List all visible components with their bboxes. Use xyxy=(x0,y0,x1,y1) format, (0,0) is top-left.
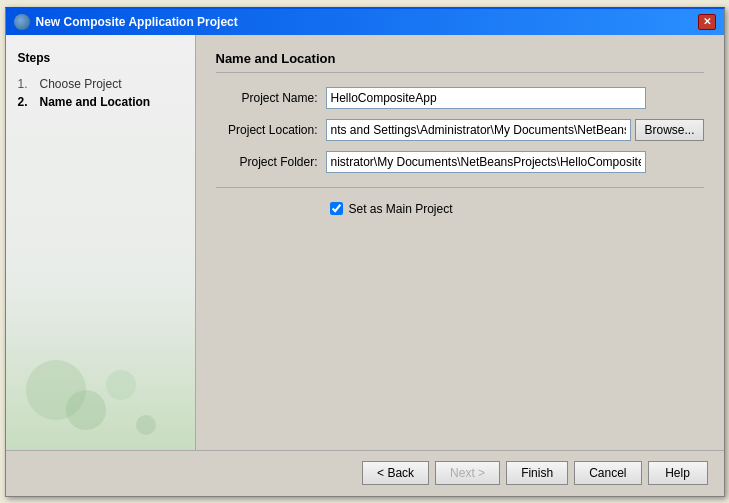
cancel-button[interactable]: Cancel xyxy=(574,461,641,485)
set-as-main-row: Set as Main Project xyxy=(330,202,704,216)
help-button[interactable]: Help xyxy=(648,461,708,485)
project-folder-input[interactable] xyxy=(326,151,646,173)
form-divider xyxy=(216,187,704,188)
set-as-main-checkbox[interactable] xyxy=(330,202,343,215)
next-button[interactable]: Next > xyxy=(435,461,500,485)
dialog-body: Steps 1. Choose Project 2. Name and Loca… xyxy=(6,35,724,496)
project-location-input[interactable] xyxy=(326,119,632,141)
finish-button[interactable]: Finish xyxy=(506,461,568,485)
app-icon xyxy=(14,14,30,30)
dialog-window: New Composite Application Project ✕ Step… xyxy=(5,7,725,497)
deco-circle-3 xyxy=(106,370,136,400)
main-content: Steps 1. Choose Project 2. Name and Loca… xyxy=(6,35,724,450)
title-bar-left: New Composite Application Project xyxy=(14,14,238,30)
form-area: Project Name: Project Location: Browse..… xyxy=(216,87,704,216)
step-label-2: Name and Location xyxy=(40,95,151,109)
back-button[interactable]: < Back xyxy=(362,461,429,485)
step-number-1: 1. xyxy=(18,77,34,91)
project-location-label: Project Location: xyxy=(216,123,326,137)
step-item-2: 2. Name and Location xyxy=(18,95,183,109)
project-name-label: Project Name: xyxy=(216,91,326,105)
project-location-row: Project Location: Browse... xyxy=(216,119,704,141)
project-name-row: Project Name: xyxy=(216,87,704,109)
close-button[interactable]: ✕ xyxy=(698,14,716,30)
step-item-1: 1. Choose Project xyxy=(18,77,183,91)
steps-panel: Steps 1. Choose Project 2. Name and Loca… xyxy=(6,35,196,450)
project-name-input[interactable] xyxy=(326,87,646,109)
steps-heading: Steps xyxy=(18,51,183,65)
section-title: Name and Location xyxy=(216,51,704,73)
deco-circle-2 xyxy=(66,390,106,430)
decorative-circles xyxy=(6,360,195,440)
title-bar: New Composite Application Project ✕ xyxy=(6,9,724,35)
form-panel: Name and Location Project Name: Project … xyxy=(196,35,724,450)
step-label-1: Choose Project xyxy=(40,77,122,91)
set-as-main-label[interactable]: Set as Main Project xyxy=(349,202,453,216)
dialog-footer: < Back Next > Finish Cancel Help xyxy=(6,450,724,496)
deco-circle-4 xyxy=(136,415,156,435)
project-folder-label: Project Folder: xyxy=(216,155,326,169)
browse-button[interactable]: Browse... xyxy=(635,119,703,141)
project-location-field-group: Browse... xyxy=(326,119,704,141)
dialog-title: New Composite Application Project xyxy=(36,15,238,29)
step-number-2: 2. xyxy=(18,95,34,109)
project-folder-row: Project Folder: xyxy=(216,151,704,173)
